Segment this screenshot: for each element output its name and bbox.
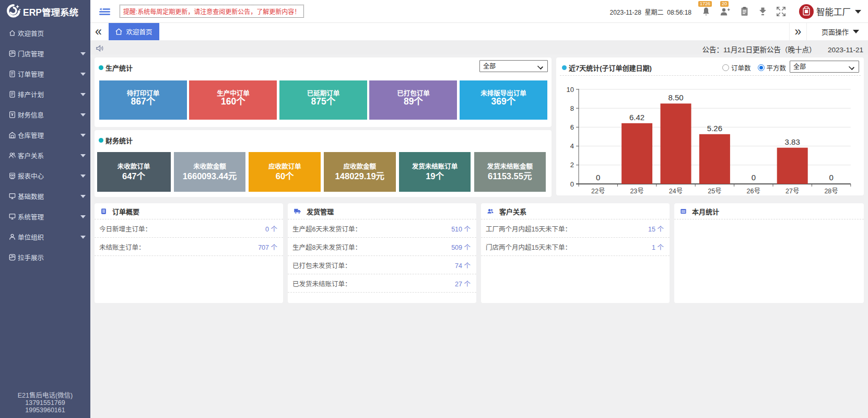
svg-text:10: 10 — [567, 86, 574, 94]
svg-text:2: 2 — [570, 161, 574, 169]
svg-text:5.26: 5.26 — [707, 124, 722, 133]
svg-text:26号: 26号 — [747, 188, 760, 195]
svg-text:0: 0 — [829, 173, 833, 182]
svg-text:3.83: 3.83 — [785, 137, 800, 146]
svg-text:22号: 22号 — [591, 188, 605, 195]
svg-text:6: 6 — [570, 123, 574, 131]
svg-text:23号: 23号 — [630, 188, 643, 195]
svg-text:0: 0 — [752, 173, 756, 182]
svg-text:0: 0 — [570, 180, 574, 188]
svg-text:0: 0 — [596, 173, 600, 182]
svg-text:25号: 25号 — [708, 188, 721, 195]
svg-text:28号: 28号 — [824, 188, 838, 195]
svg-text:27号: 27号 — [785, 188, 799, 195]
svg-text:8.50: 8.50 — [668, 93, 683, 102]
svg-text:8: 8 — [570, 104, 574, 112]
svg-text:4: 4 — [570, 142, 574, 150]
svg-text:24号: 24号 — [669, 188, 683, 195]
svg-text:6.42: 6.42 — [629, 113, 644, 122]
